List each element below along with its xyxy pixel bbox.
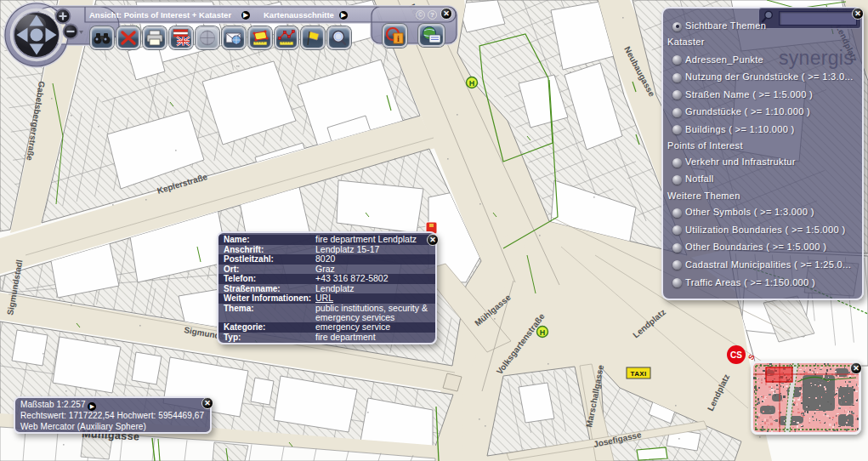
svg-text:H: H bbox=[469, 79, 475, 88]
svg-text:CS: CS bbox=[730, 350, 742, 360]
svg-text:H: H bbox=[540, 328, 546, 337]
svg-text:TAXI: TAXI bbox=[631, 370, 647, 378]
svg-text:i: i bbox=[397, 34, 400, 43]
